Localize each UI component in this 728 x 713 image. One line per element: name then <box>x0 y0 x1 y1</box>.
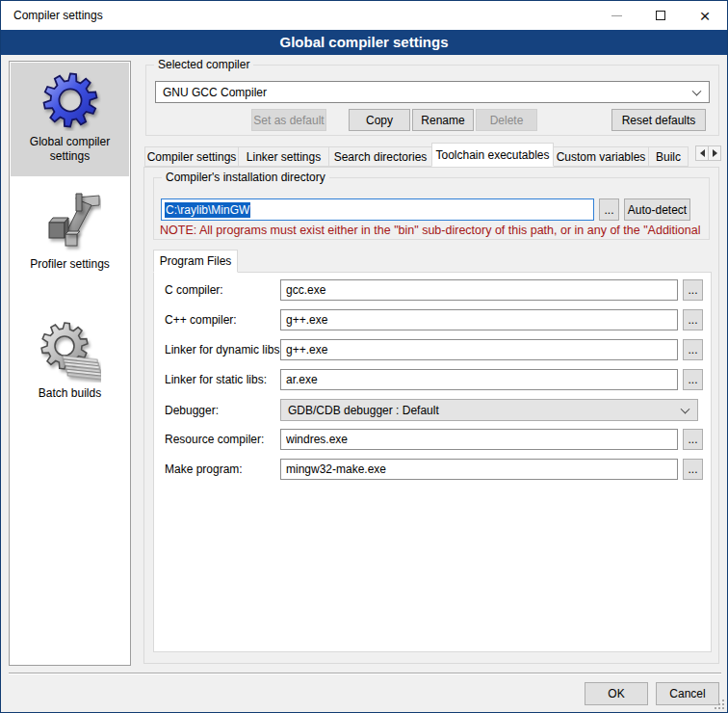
rename-button[interactable]: Rename <box>412 109 474 131</box>
resource-compiler-label: Resource compiler: <box>165 433 264 446</box>
reset-defaults-button[interactable]: Reset defaults <box>611 109 706 131</box>
close-icon: × <box>699 7 710 25</box>
window-title: Compiler settings <box>13 9 103 22</box>
sidebar-item-label: Global compiler settings <box>17 135 123 164</box>
settings-tabstrip: Compiler settings Linker settings Search… <box>145 143 689 167</box>
tab-build-options-clipped[interactable]: Builc <box>648 146 689 167</box>
linker-dynamic-browse-button[interactable]: ... <box>683 339 703 360</box>
resource-compiler-browse-button[interactable]: ... <box>683 429 703 450</box>
cancel-button[interactable]: Cancel <box>656 682 719 705</box>
maximize-icon <box>656 11 665 20</box>
linker-static-browse-button[interactable]: ... <box>683 369 703 390</box>
tab-linker-settings[interactable]: Linker settings <box>238 146 329 167</box>
bin-directory-note: NOTE: All programs must exist either in … <box>160 224 706 237</box>
sidebar-item-global-compiler-settings[interactable]: Global compiler settings <box>11 63 129 176</box>
installation-directory-input[interactable]: C:\raylib\MinGW <box>161 198 594 221</box>
settings-category-list: Global compiler settings Profiler settin… <box>9 61 131 666</box>
set-as-default-button[interactable]: Set as default <box>251 109 326 131</box>
resource-compiler-input[interactable] <box>280 429 678 450</box>
linker-static-label: Linker for static libs: <box>165 373 267 386</box>
auto-detect-button[interactable]: Auto-detect <box>624 198 690 221</box>
caliper-icon <box>39 192 101 253</box>
cpp-compiler-label: C++ compiler: <box>165 313 237 327</box>
linker-dynamic-label: Linker for dynamic libs: <box>165 343 283 356</box>
compiler-select[interactable]: GNU GCC Compiler <box>155 81 710 103</box>
tab-scroll-right-button[interactable] <box>708 145 721 161</box>
blue-gear-icon <box>39 69 101 131</box>
maximize-button[interactable] <box>638 1 683 30</box>
chevron-down-icon <box>681 404 690 413</box>
debugger-label: Debugger: <box>165 404 219 417</box>
close-button[interactable]: × <box>683 1 727 30</box>
tab-custom-variables[interactable]: Custom variables <box>553 146 649 167</box>
ok-button[interactable]: OK <box>585 682 648 705</box>
chevron-down-icon <box>692 86 702 95</box>
browse-directory-button[interactable]: ... <box>599 198 619 221</box>
sidebar-item-label: Batch builds <box>17 386 123 401</box>
c-compiler-label: C compiler: <box>165 283 223 297</box>
c-compiler-browse-button[interactable]: ... <box>683 279 703 301</box>
copy-button[interactable]: Copy <box>349 109 410 131</box>
installation-directory-group-label: Compiler's installation directory <box>162 171 329 184</box>
cpp-compiler-input[interactable] <box>280 309 678 330</box>
delete-button[interactable]: Delete <box>476 109 537 131</box>
arrow-left-icon <box>700 149 705 157</box>
installation-directory-selected-text: C:\raylib\MinGW <box>165 202 250 218</box>
debugger-select[interactable]: GDB/CDB debugger : Default <box>280 399 698 421</box>
tab-toolchain-executables[interactable]: Toolchain executables <box>431 143 554 167</box>
sidebar-item-label: Profiler settings <box>17 257 123 272</box>
tab-scroll-left-button[interactable] <box>695 145 709 161</box>
cpp-compiler-browse-button[interactable]: ... <box>683 309 703 330</box>
compiler-settings-dialog: Compiler settings × Global compiler sett… <box>0 0 728 713</box>
sidebar-item-batch-builds[interactable]: Batch builds <box>11 314 129 416</box>
compiler-select-value: GNU GCC Compiler <box>163 86 267 99</box>
titlebar[interactable]: Compiler settings × <box>1 1 727 30</box>
minimize-button[interactable] <box>594 1 638 30</box>
linker-dynamic-input[interactable] <box>280 339 678 360</box>
gray-gear-stack-icon <box>39 321 101 383</box>
resize-grip-icon[interactable] <box>713 698 724 709</box>
make-program-browse-button[interactable]: ... <box>683 459 703 480</box>
minimize-icon <box>611 15 622 16</box>
linker-static-input[interactable] <box>280 369 678 390</box>
tab-search-directories[interactable]: Search directories <box>328 146 432 167</box>
tab-compiler-settings[interactable]: Compiler settings <box>144 146 239 167</box>
subtab-program-files[interactable]: Program Files <box>153 250 238 273</box>
make-program-input[interactable] <box>280 459 678 480</box>
sidebar-item-profiler-settings[interactable]: Profiler settings <box>11 185 129 287</box>
footer-divider <box>9 673 721 674</box>
page-title: Global compiler settings <box>1 30 727 55</box>
debugger-select-value: GDB/CDB debugger : Default <box>288 404 439 417</box>
make-program-label: Make program: <box>165 462 243 476</box>
c-compiler-input[interactable] <box>280 279 678 301</box>
caption-buttons: × <box>594 1 727 30</box>
selected-compiler-group-label: Selected compiler <box>154 58 253 71</box>
tab-scroll-buttons <box>696 145 721 161</box>
arrow-right-icon <box>713 149 717 157</box>
